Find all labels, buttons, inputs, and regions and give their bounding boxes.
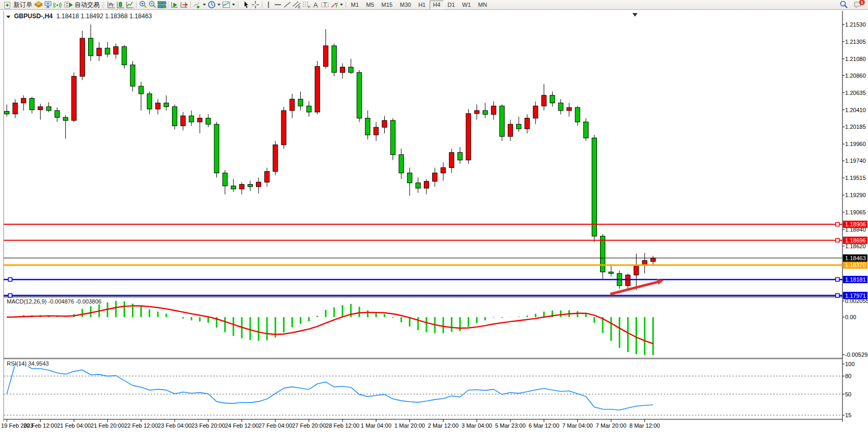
search-icon[interactable] — [839, 1, 848, 9]
chart-shift-icon[interactable] — [179, 1, 189, 9]
virtual-hosting-icon[interactable] — [43, 1, 53, 9]
candle-body — [601, 236, 605, 272]
time-tick-label: 20 Feb 12:00 — [23, 422, 57, 429]
horizontal-line[interactable] — [4, 223, 842, 226]
price-tick-label: 1.19515 — [845, 175, 866, 181]
candle-body — [424, 181, 429, 188]
candle-body — [349, 67, 353, 72]
candle-body — [466, 114, 471, 160]
candle-body — [97, 48, 102, 56]
timeframe-button-h1[interactable]: H1 — [415, 1, 429, 9]
chart-symbol-timeframe: GBPUSD-,H4 — [14, 13, 53, 20]
price-axis: 1.215301.213051.210801.208601.206351.204… — [842, 21, 866, 249]
price-line-label: 1.18696 — [843, 237, 867, 244]
periods-dropdown-caret[interactable] — [217, 4, 221, 6]
rsi-label: RSI(14) 34.9543 — [7, 360, 49, 367]
chart-shift-marker[interactable] — [632, 13, 638, 17]
fibonacci-icon[interactable]: F — [301, 1, 311, 9]
timeframe-button-h4[interactable]: H4 — [430, 1, 443, 9]
new-order-label: 新订单 — [14, 1, 32, 9]
candle-body — [189, 116, 194, 122]
candle-body — [290, 99, 295, 111]
price-tick-label: 1.20860 — [845, 72, 866, 79]
candle-body — [609, 272, 614, 273]
auto-scroll-icon[interactable] — [170, 1, 179, 9]
templates-icon[interactable] — [222, 1, 231, 9]
horizontal-line[interactable] — [4, 277, 842, 281]
line-handle[interactable] — [8, 294, 12, 297]
zoom-in-icon[interactable] — [138, 1, 148, 9]
mql-market-icon[interactable] — [34, 1, 43, 9]
price-tick-label: 1.19065 — [845, 209, 866, 215]
timeframe-button-d1[interactable]: D1 — [445, 1, 458, 9]
indicators-dropdown-caret[interactable] — [203, 4, 206, 6]
timeframe-button-m5[interactable]: M5 — [363, 1, 377, 9]
trendline-icon[interactable] — [283, 1, 292, 9]
chart-canvas[interactable]: 1.215301.213051.210801.208601.206351.204… — [0, 10, 868, 436]
candle-body — [315, 66, 320, 112]
line-handle[interactable] — [836, 277, 839, 281]
signals-icon[interactable] — [53, 1, 62, 9]
channel-icon[interactable]: E — [292, 1, 301, 9]
toolbar-right-group: 1 — [839, 1, 867, 9]
candle-body — [38, 107, 43, 110]
svg-text:1.18906: 1.18906 — [845, 221, 866, 227]
candle-body — [282, 111, 286, 145]
line-chart-icon[interactable] — [125, 1, 135, 9]
text-icon[interactable]: A — [311, 1, 320, 9]
new-order-button[interactable]: 新订单 — [1, 1, 34, 9]
candle-body — [223, 173, 227, 186]
candle-body — [374, 127, 378, 135]
indicators-icon[interactable] — [192, 1, 202, 9]
autotrade-button[interactable]: 自动交易 — [62, 1, 101, 9]
candle-body — [214, 124, 219, 173]
time-tick-label: 27 Feb 20:00 — [292, 422, 326, 429]
toolbar-grip — [103, 2, 105, 8]
time-tick-label: 22 Feb 12:00 — [124, 422, 158, 429]
line-handle[interactable] — [836, 238, 839, 242]
candlestick-chart-icon[interactable] — [116, 1, 125, 9]
time-tick-label: 6 Mar 12:00 — [529, 422, 559, 429]
arrows-icon[interactable] — [329, 1, 339, 9]
timeframe-button-w1[interactable]: W1 — [459, 1, 474, 9]
periods-icon[interactable] — [207, 1, 216, 9]
bar-chart-icon[interactable] — [106, 1, 116, 9]
candle-body — [147, 94, 152, 109]
time-tick-label: 27 Feb 04:00 — [259, 422, 292, 429]
line-handle[interactable] — [836, 223, 839, 226]
timeframe-button-m1[interactable]: M1 — [348, 1, 362, 9]
line-handle[interactable] — [836, 294, 839, 297]
price-line-label: 1.18906 — [843, 221, 867, 228]
toolbar-grip — [238, 2, 240, 8]
time-tick-label: 28 Feb 12:00 — [326, 422, 360, 429]
time-tick-label: 21 Feb 20:00 — [91, 422, 125, 429]
price-line-label: 1.18181 — [843, 276, 867, 283]
line-handle[interactable] — [8, 277, 12, 281]
crosshair-icon[interactable] — [251, 1, 260, 9]
candle-body — [558, 103, 563, 111]
vertical-line-icon[interactable] — [264, 1, 273, 9]
candle-body — [483, 111, 487, 114]
rsi-axis-label: 50 — [845, 391, 851, 397]
one-click-trading-toggle[interactable] — [6, 16, 10, 18]
horizontal-line-icon[interactable] — [273, 1, 283, 9]
svg-text:A: A — [313, 1, 318, 9]
notifications-chat-icon[interactable]: 1 — [853, 1, 863, 9]
timeframe-button-mn[interactable]: MN — [475, 1, 490, 9]
text-label-icon[interactable]: T — [320, 1, 329, 9]
arrows-dropdown-caret[interactable] — [340, 4, 343, 6]
candle-body — [273, 145, 278, 172]
candle-body — [231, 186, 236, 189]
timeframe-button-m30[interactable]: M30 — [397, 1, 414, 9]
price-line-label: 1.18370 — [843, 261, 867, 269]
zoom-out-icon[interactable] — [148, 1, 157, 9]
timeframe-button-m15[interactable]: M15 — [378, 1, 396, 9]
chart-window: GBPUSD-,H4 1.18418 1.18492 1.18368 1.184… — [0, 10, 868, 436]
cursor-icon[interactable] — [241, 1, 251, 9]
candle-body — [114, 46, 118, 54]
candle-body — [155, 103, 160, 109]
templates-dropdown-caret[interactable] — [232, 4, 235, 6]
candle-body — [399, 155, 404, 173]
horizontal-line[interactable] — [4, 238, 842, 242]
tile-windows-icon[interactable] — [157, 1, 166, 9]
